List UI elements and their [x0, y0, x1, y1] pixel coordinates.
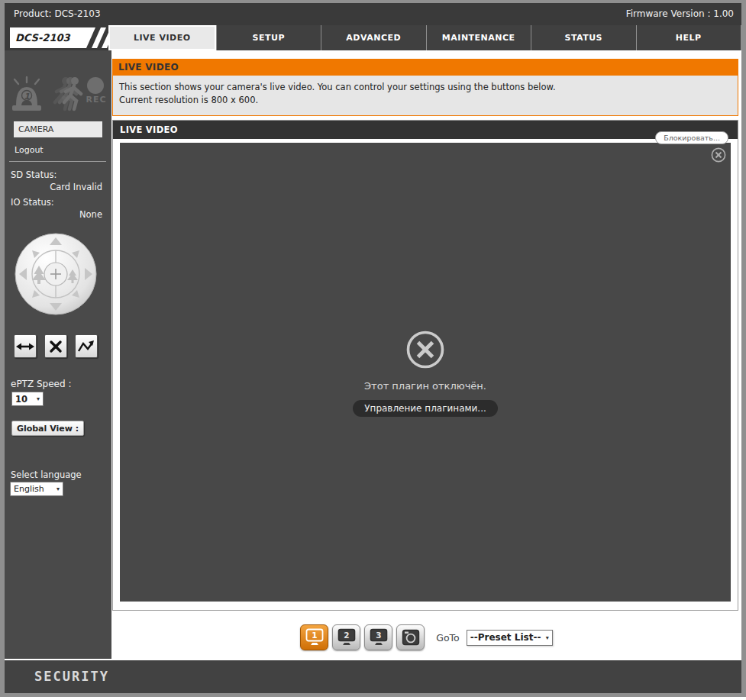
- sd-status-value: Card Invalid: [11, 182, 102, 192]
- chevron-down-icon: ▾: [57, 485, 60, 492]
- io-status-label: IO Status:: [11, 197, 54, 208]
- preset-sequence-button[interactable]: [75, 334, 98, 358]
- tab-advanced[interactable]: ADVANCED: [321, 25, 426, 50]
- svg-text:2: 2: [344, 631, 349, 640]
- camera-button[interactable]: CAMERA: [14, 121, 102, 137]
- divider: [9, 161, 106, 162]
- video-area: Блокировать...: [120, 143, 731, 602]
- description-box: This section shows your camera's live vi…: [112, 76, 738, 116]
- zigzag-arrow-icon: [77, 339, 95, 354]
- chevron-down-icon: ▾: [546, 634, 549, 641]
- plugin-block-button[interactable]: Блокировать...: [655, 131, 728, 144]
- eptz-speed-select[interactable]: 10 ▾: [11, 392, 44, 406]
- x-icon: [49, 340, 63, 353]
- io-status-value: None: [11, 209, 102, 220]
- auto-pan-button[interactable]: [14, 334, 37, 358]
- eptz-speed-label: ePTZ Speed :: [11, 379, 71, 389]
- tab-maintenance[interactable]: MAINTENANCE: [426, 25, 531, 50]
- select-language-label: Select language: [11, 469, 82, 480]
- preset-list-value: --Preset List--: [470, 632, 541, 643]
- firmware-label: Firmware Version : 1.00: [626, 3, 734, 25]
- language-select[interactable]: English ▾: [10, 482, 63, 496]
- live-video-panel: LIVE VIDEO Блокировать...: [112, 120, 738, 611]
- tab-help[interactable]: HELP: [636, 25, 742, 50]
- language-value: English: [14, 484, 44, 494]
- goto-label: GoTo: [436, 632, 460, 644]
- main-content: LIVE VIDEO This section shows your camer…: [111, 50, 741, 659]
- description-line1: This section shows your camera's live vi…: [119, 81, 731, 94]
- manage-plugins-button[interactable]: Управление плагинами...: [353, 400, 498, 417]
- nav-bar: DCS-2103 LIVE VIDEO SETUP ADVANCED MAINT…: [5, 25, 741, 50]
- security-brand: SECURITY: [34, 660, 109, 693]
- sidebar: 1: [5, 50, 111, 659]
- alarm-badge: 1: [24, 92, 30, 102]
- alarm-icon: 1: [12, 77, 41, 111]
- preset-1-button[interactable]: 1: [300, 624, 328, 650]
- rec-icon: REC: [86, 77, 106, 105]
- rec-label: REC: [86, 95, 106, 105]
- tab-setup[interactable]: SETUP: [216, 25, 321, 50]
- panel-header: LIVE VIDEO: [113, 121, 738, 139]
- camera-icon: [401, 628, 421, 647]
- monitor-2-icon: 2: [337, 628, 357, 647]
- eptz-speed-value: 10: [15, 394, 27, 405]
- description-line2: Current resolution is 800 x 600.: [119, 94, 731, 107]
- svg-text:3: 3: [376, 631, 381, 640]
- motion-icon: [55, 77, 81, 109]
- product-label: Product: DCS-2103: [14, 3, 101, 25]
- ptz-action-buttons: [14, 334, 98, 358]
- preset-2-button[interactable]: 2: [332, 624, 360, 650]
- svg-text:1: 1: [312, 631, 317, 640]
- sd-status-label: SD Status:: [11, 169, 57, 180]
- close-icon[interactable]: [710, 147, 727, 163]
- left-right-arrow-icon: [16, 340, 34, 353]
- preset-3-button[interactable]: 3: [364, 624, 392, 650]
- ptz-wheel[interactable]: [14, 232, 98, 316]
- tab-status[interactable]: STATUS: [531, 25, 636, 50]
- preset-controls: 1 2 3: [111, 624, 741, 650]
- nav-tabs: LIVE VIDEO SETUP ADVANCED MAINTENANCE ST…: [108, 25, 741, 50]
- stop-button[interactable]: [44, 334, 67, 358]
- plugin-disabled-icon: [405, 329, 446, 370]
- status-icons: 1: [9, 72, 110, 116]
- logout-link[interactable]: Logout: [15, 145, 44, 155]
- logo: DCS-2103: [10, 27, 109, 48]
- logo-text: DCS-2103: [10, 27, 95, 48]
- monitor-1-icon: 1: [305, 628, 325, 647]
- plugin-disabled-message: Этот плагин отключён.: [120, 380, 731, 392]
- chevron-down-icon: ▾: [37, 395, 40, 402]
- page: Product: DCS-2103 Firmware Version : 1.0…: [5, 3, 741, 693]
- plugin-disabled-overlay: Этот плагин отключён. Управление плагина…: [120, 329, 731, 417]
- preset-list-select[interactable]: --Preset List-- ▾: [467, 630, 553, 646]
- top-bar: Product: DCS-2103 Firmware Version : 1.0…: [5, 3, 741, 25]
- footer: SECURITY: [5, 660, 741, 693]
- monitor-3-icon: 3: [369, 628, 389, 647]
- section-header: LIVE VIDEO: [112, 59, 738, 76]
- global-view-button[interactable]: Global View :: [11, 421, 84, 436]
- tab-live-video[interactable]: LIVE VIDEO: [108, 25, 216, 50]
- snapshot-button[interactable]: [396, 624, 425, 650]
